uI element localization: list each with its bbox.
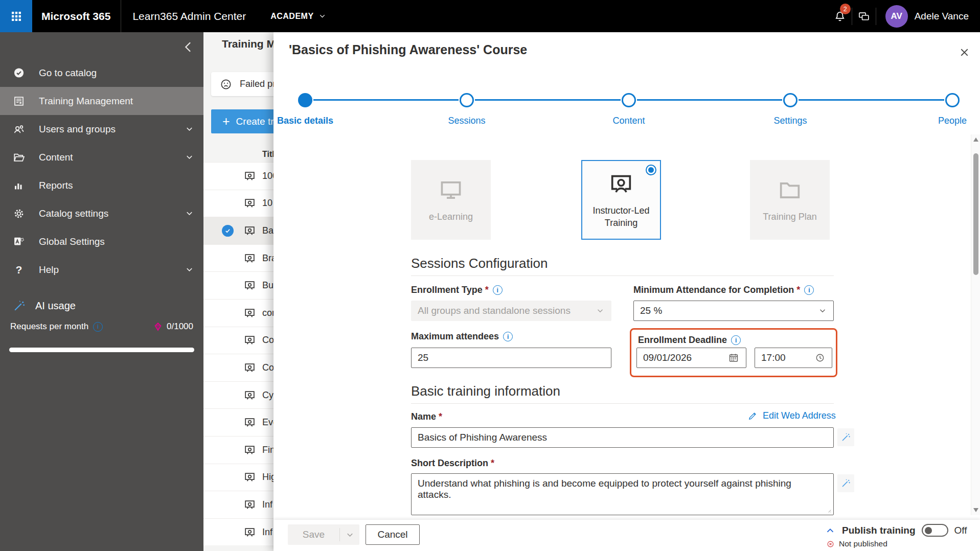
pencil-icon	[747, 410, 758, 421]
feedback-button[interactable]	[852, 0, 876, 32]
notifications-button[interactable]: 2	[828, 0, 852, 32]
product-name[interactable]: Microsoft 365	[32, 10, 121, 22]
not-published-icon	[826, 540, 835, 548]
info-icon[interactable]: i	[93, 322, 103, 332]
step-people[interactable]	[945, 93, 960, 107]
table-row[interactable]: Hig	[203, 464, 274, 491]
ilt-course-icon	[243, 170, 256, 182]
magic-wand-icon	[840, 478, 851, 489]
sidebar-item-reports[interactable]: Reports	[0, 171, 203, 199]
step-label-content[interactable]: Content	[612, 116, 645, 126]
table-row-selected[interactable]: Bas	[203, 217, 274, 244]
training-table: 100 10 Bas Bra Bu con Co Co Cy Eve Fin H…	[203, 162, 274, 545]
radio-selected-icon	[646, 165, 656, 175]
info-icon[interactable]: i	[804, 285, 814, 295]
requests-progress-bar	[9, 348, 194, 352]
ilt-course-icon	[243, 279, 256, 292]
enrollment-deadline-time-input[interactable]: 17:00	[755, 348, 832, 368]
ilt-course-icon	[243, 498, 256, 511]
chevron-down-icon	[185, 209, 194, 218]
step-content[interactable]	[622, 93, 636, 107]
sidebar-item-go-to-catalog[interactable]: Go to catalog	[0, 59, 203, 87]
sidebar-item-global-settings[interactable]: Global Settings	[0, 227, 203, 256]
table-row[interactable]: con	[203, 299, 274, 327]
table-row[interactable]: Cy	[203, 381, 274, 409]
sidebar-item-catalog-settings[interactable]: Catalog settings	[0, 199, 203, 227]
table-row[interactable]: 10	[203, 190, 274, 217]
step-label-settings[interactable]: Settings	[773, 116, 807, 126]
save-options-button[interactable]	[340, 530, 359, 540]
sidebar-item-ai-usage[interactable]: AI usage	[0, 294, 203, 317]
step-sessions[interactable]	[460, 93, 474, 107]
stepper-line	[313, 99, 459, 101]
max-attendees-input[interactable]: 25	[411, 348, 611, 368]
folder-icon	[12, 151, 26, 164]
topbar-actions: 2 AV Adele Vance	[828, 0, 980, 32]
sidebar-item-users-and-groups[interactable]: Users and groups	[0, 115, 203, 143]
table-row[interactable]: Fin	[203, 436, 274, 464]
scroll-down-arrow[interactable]	[973, 508, 978, 512]
user-name: Adele Vance	[915, 11, 969, 22]
min-attendance-dropdown[interactable]: 25 %	[633, 301, 834, 321]
top-bar: Microsoft 365 Learn365 Admin Center ACAD…	[0, 0, 980, 32]
table-row[interactable]: Co	[203, 354, 274, 381]
stepper-line	[475, 99, 621, 101]
info-icon[interactable]: i	[731, 335, 741, 345]
type-card-instructor-led[interactable]: Instructor-Led Training	[581, 160, 661, 240]
sidebar-collapse-button[interactable]	[181, 39, 196, 55]
chevron-up-icon[interactable]	[825, 525, 836, 536]
step-settings[interactable]	[783, 93, 797, 107]
chevron-down-icon	[185, 124, 194, 134]
table-row[interactable]: Eve	[203, 408, 274, 436]
dialog-footer: Save Cancel Publish training Off Not pub…	[274, 520, 980, 551]
dialog-scrollbar[interactable]	[971, 134, 980, 515]
table-row[interactable]: 100	[203, 162, 274, 190]
type-card-elearning[interactable]: e-Learning	[411, 160, 491, 240]
row-selected-check-icon[interactable]	[222, 225, 234, 237]
table-row[interactable]: Inf	[203, 518, 274, 546]
step-label-basic-details[interactable]: Basic details	[277, 116, 333, 126]
table-header-title[interactable]: Titl	[203, 144, 274, 162]
ai-generate-description-button[interactable]	[837, 474, 854, 492]
app-launcher-button[interactable]	[0, 0, 32, 32]
type-card-training-plan[interactable]: Training Plan	[750, 160, 830, 240]
chevron-down-icon	[185, 265, 194, 274]
info-icon[interactable]: i	[503, 332, 513, 341]
publish-controls: Publish training Off	[825, 524, 967, 537]
scrollbar-thumb[interactable]	[973, 153, 978, 275]
sidebar-item-training-management[interactable]: Training Management	[0, 87, 203, 115]
ilt-course-icon	[243, 526, 256, 539]
info-icon[interactable]: i	[493, 285, 503, 295]
step-label-people[interactable]: People	[938, 116, 967, 126]
table-row[interactable]: Bra	[203, 244, 274, 272]
tenant-switcher[interactable]: ACADEMY	[270, 12, 326, 21]
clock-icon[interactable]	[814, 352, 826, 363]
step-basic-details[interactable]	[298, 93, 312, 107]
account-menu[interactable]: AV Adele Vance	[876, 5, 980, 28]
cancel-button[interactable]: Cancel	[366, 524, 420, 545]
name-input[interactable]: Basics of Phishing Awareness	[411, 427, 834, 448]
scroll-up-arrow[interactable]	[973, 137, 978, 142]
training-management-icon	[12, 95, 26, 108]
edit-web-address-link[interactable]: Edit Web Address	[747, 410, 836, 421]
publish-toggle[interactable]	[922, 524, 948, 537]
table-row[interactable]: Inf	[203, 491, 274, 518]
step-label-sessions[interactable]: Sessions	[448, 116, 485, 126]
dialog-title: 'Basics of Phishing Awareness' Course	[289, 42, 527, 57]
create-training-button[interactable]: + Create tra	[211, 109, 274, 133]
enrollment-deadline-date-input[interactable]: 09/01/2026	[636, 348, 746, 368]
ai-generate-name-button[interactable]	[837, 428, 854, 446]
sidebar-item-help[interactable]: ? Help	[0, 256, 203, 284]
sidebar-item-content[interactable]: Content	[0, 143, 203, 171]
calendar-icon[interactable]	[727, 352, 740, 364]
table-row[interactable]: Bu	[203, 271, 274, 299]
short-description-textarea[interactable]: Understand what phishing is and become e…	[411, 473, 834, 515]
close-button[interactable]	[955, 43, 973, 61]
chevron-down-icon	[185, 152, 194, 162]
table-row[interactable]: Co	[203, 327, 274, 354]
resize-handle-icon[interactable]	[824, 506, 832, 514]
failed-processing-banner[interactable]: Failed pro	[211, 72, 274, 96]
publish-toggle-state: Off	[954, 525, 967, 536]
save-button[interactable]: Save	[288, 529, 339, 540]
app-title[interactable]: Learn365 Admin Center	[121, 10, 257, 22]
